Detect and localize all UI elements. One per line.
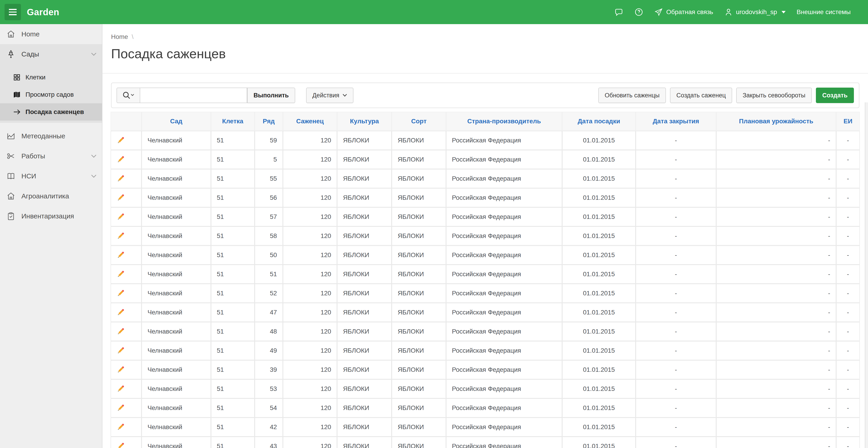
column-header-ryad[interactable]: Ряд — [255, 112, 282, 130]
cell-sad: Челнавский — [142, 227, 210, 245]
pencil-icon — [117, 308, 125, 317]
sidebar-item-prosmotr-sadov[interactable]: Просмотр садов — [0, 86, 102, 103]
cell-kultura: ЯБЛОКИ — [338, 169, 391, 188]
create-sapling-button[interactable]: Создать саженец — [670, 88, 732, 103]
sidebar-item-nsi[interactable]: НСИ — [0, 166, 102, 186]
actions-button[interactable]: Действия — [306, 88, 353, 103]
edit-row-button[interactable] — [111, 246, 141, 264]
sidebar-item-inventarizatsiya[interactable]: Инвентаризация — [0, 206, 102, 226]
edit-row-button[interactable] — [111, 131, 141, 150]
edit-row-button[interactable] — [111, 361, 141, 379]
edit-row-button[interactable] — [111, 380, 141, 398]
breadcrumb-home[interactable]: Home — [111, 33, 128, 40]
edit-row-button[interactable] — [111, 418, 141, 436]
edit-row-button[interactable] — [111, 342, 141, 360]
feedback-button[interactable]: Обратная связь — [654, 8, 713, 17]
close-crop-rotations-button[interactable]: Закрыть севообороты — [736, 88, 812, 103]
cell-sad: Челнавский — [142, 265, 210, 283]
create-button[interactable]: Создать — [816, 88, 854, 103]
scrollbar[interactable] — [865, 102, 868, 448]
cell-kletka: 51 — [211, 284, 254, 302]
cell-sad: Челнавский — [142, 303, 210, 321]
cell-sazhenets: 120 — [283, 227, 337, 245]
edit-row-button[interactable] — [111, 437, 141, 448]
pencil-icon — [117, 442, 125, 448]
column-header-kletka[interactable]: Клетка — [211, 112, 254, 130]
cell-plan-urozhaynost: - — [717, 150, 836, 169]
cell-ryad: 47 — [255, 303, 282, 321]
edit-row-button[interactable] — [111, 189, 141, 207]
column-header-plan-urozhaynost[interactable]: Плановая урожайность — [717, 112, 836, 130]
sidebar-item-home[interactable]: Home — [0, 24, 102, 44]
column-header-data-posadki[interactable]: Дата посадки — [563, 112, 635, 130]
cell-kletka: 51 — [211, 303, 254, 321]
cell-data-zakrytiya: - — [636, 399, 716, 417]
cell-sazhenets: 120 — [283, 246, 337, 264]
edit-row-button[interactable] — [111, 265, 141, 283]
edit-row-button[interactable] — [111, 303, 141, 321]
table-row: Челнавский 51 50 120 ЯБЛОКИ ЯБЛОКИ Росси… — [111, 246, 859, 264]
cell-ei: - — [837, 189, 859, 207]
cell-data-posadki: 01.01.2015 — [563, 399, 635, 417]
cell-data-posadki: 01.01.2015 — [563, 284, 635, 302]
sidebar-item-posadka-sazhentsev[interactable]: Посадка саженцев — [0, 103, 102, 121]
user-menu[interactable]: urodovskih_sp — [724, 8, 786, 17]
cell-kletka: 51 — [211, 380, 254, 398]
edit-row-button[interactable] — [111, 227, 141, 245]
column-header-sad[interactable]: Сад — [142, 112, 210, 130]
chevron-down-icon — [91, 154, 96, 158]
table-row: Челнавский 51 56 120 ЯБЛОКИ ЯБЛОКИ Росси… — [111, 189, 859, 207]
cell-sad: Челнавский — [142, 169, 210, 188]
column-header-kultura[interactable]: Культура — [338, 112, 391, 130]
sidebar-item-meteodannye[interactable]: Метеоданные — [0, 126, 102, 146]
caret-down-icon — [781, 11, 786, 13]
search-input[interactable] — [140, 88, 247, 103]
column-header-sazhenets[interactable]: Саженец — [283, 112, 337, 130]
sidebar-item-sady[interactable]: Сады — [0, 44, 102, 64]
cell-sazhenets: 120 — [283, 169, 337, 188]
edit-row-button[interactable] — [111, 208, 141, 226]
cell-sort: ЯБЛОКИ — [392, 303, 445, 321]
column-header-strana[interactable]: Страна-производитель — [446, 112, 562, 130]
pencil-icon — [117, 289, 125, 297]
sidebar-toggle-button[interactable] — [5, 4, 21, 20]
chat-button[interactable] — [614, 7, 623, 17]
column-header-sort[interactable]: Сорт — [392, 112, 445, 130]
cell-sort: ЯБЛОКИ — [392, 418, 445, 436]
edit-row-button[interactable] — [111, 150, 141, 169]
help-button[interactable] — [634, 7, 643, 17]
cell-kultura: ЯБЛОКИ — [338, 342, 391, 360]
cell-plan-urozhaynost: - — [717, 246, 836, 264]
sidebar-item-agroanalitika[interactable]: Агроаналитика — [0, 186, 102, 206]
search-options-button[interactable] — [117, 88, 140, 103]
cell-data-posadki: 01.01.2015 — [563, 437, 635, 448]
cell-strana: Российская Федерация — [446, 303, 562, 321]
cell-sad: Челнавский — [142, 361, 210, 379]
run-button[interactable]: Выполнить — [247, 88, 295, 103]
sidebar-item-kletki[interactable]: Клетки — [0, 69, 102, 86]
column-header-data-zakrytiya[interactable]: Дата закрытия — [636, 112, 716, 130]
external-systems-link[interactable]: Внешние системы — [797, 8, 851, 16]
arrow-right-icon — [13, 108, 21, 116]
cell-ryad: 50 — [255, 246, 282, 264]
edit-row-button[interactable] — [111, 284, 141, 302]
cell-ei: - — [837, 208, 859, 226]
column-header-ei[interactable]: ЕИ — [837, 112, 859, 130]
edit-row-button[interactable] — [111, 169, 141, 188]
pencil-icon — [117, 404, 125, 412]
edit-row-button[interactable] — [111, 399, 141, 417]
table-row: Челнавский 51 52 120 ЯБЛОКИ ЯБЛОКИ Росси… — [111, 284, 859, 302]
cell-data-zakrytiya: - — [636, 361, 716, 379]
update-saplings-button[interactable]: Обновить саженцы — [598, 88, 666, 103]
cell-ryad: 54 — [255, 399, 282, 417]
cell-sazhenets: 120 — [283, 380, 337, 398]
edit-row-button[interactable] — [111, 322, 141, 341]
cell-kultura: ЯБЛОКИ — [338, 227, 391, 245]
chevron-down-icon — [342, 94, 347, 97]
cell-data-posadki: 01.01.2015 — [563, 150, 635, 169]
cell-data-zakrytiya: - — [636, 418, 716, 436]
cell-plan-urozhaynost: - — [717, 322, 836, 341]
sidebar-item-raboty[interactable]: Работы — [0, 146, 102, 166]
pencil-icon — [117, 136, 125, 145]
cell-ei: - — [837, 342, 859, 360]
